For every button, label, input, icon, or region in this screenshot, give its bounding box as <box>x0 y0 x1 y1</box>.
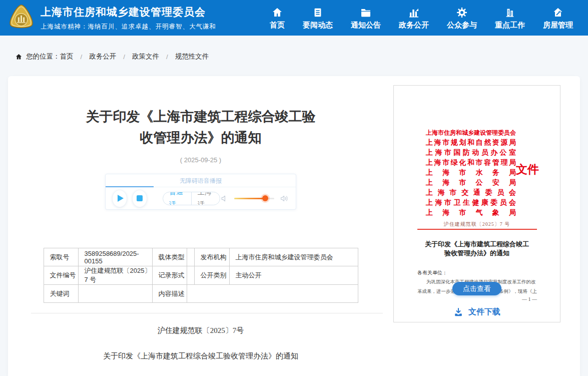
breadcrumb-home-icon <box>15 53 23 61</box>
page-title: 关于印发《上海市建筑工程综合竣工验 收管理办法》的通知 <box>8 106 393 148</box>
table-row: 文件编号 沪住建规范联〔2025〕7 号 记录形式 公开类别 主动公开 <box>44 266 358 285</box>
nav-item-public-participation[interactable]: 公众参与 <box>447 6 477 30</box>
breadcrumb-link-normative-files[interactable]: 规范性文件 <box>175 52 209 61</box>
table-row: 索取号 3589258689/2025-00155 载体类型 发布机构 上海市住… <box>44 248 358 266</box>
meta-value <box>78 285 152 303</box>
preview-title-line1: 关于印发《上海市建筑工程综合竣工 <box>394 240 560 249</box>
volume-slider-fill <box>234 198 265 199</box>
agency-line: 上海市绿化和市容管理局 <box>426 158 516 168</box>
meta-value: 3589258689/2025-00155 <box>78 248 152 266</box>
meta-value <box>187 248 194 266</box>
audio-player-controls: 普通话 上海话 <box>106 187 296 209</box>
meta-label: 发布机构 <box>194 248 229 266</box>
nav-label: 通知公告 <box>351 21 381 30</box>
play-icon <box>118 195 124 202</box>
stop-button[interactable] <box>133 190 147 207</box>
nav-item-home[interactable]: 首页 <box>270 6 285 30</box>
salutation: 各有关单位： <box>417 269 447 276</box>
breadcrumb-separator: / <box>166 53 168 61</box>
meta-label: 记录形式 <box>152 266 187 285</box>
table-row: 关键词 内容描述 <box>44 285 358 303</box>
breadcrumb-prefix: 您的位置： <box>26 52 60 61</box>
breadcrumb-separator: / <box>81 53 83 61</box>
volume-high-icon <box>280 194 289 203</box>
publish-date: ( 2025-09-25 ) <box>8 156 393 164</box>
preview-body-line2-left: 革成果，进一步落 <box>417 288 455 295</box>
site-header: 上海市住房和城乡建设管理委员会 上海城市精神：海纳百川、追求卓越、开明睿智、大气… <box>0 0 588 36</box>
audio-player-title: 无障碍语音播报 <box>106 174 296 187</box>
preview-document-number: 沪住建规范联〔2025〕7 号 <box>394 221 560 228</box>
meta-value: 主动公开 <box>229 266 358 285</box>
nav-item-news[interactable]: 要闻动态 <box>303 6 333 30</box>
building-icon <box>504 6 515 19</box>
news-icon <box>312 6 323 19</box>
agency-line: 上海市气象局 <box>426 208 516 218</box>
stop-icon <box>137 195 143 201</box>
volume-low-icon <box>220 194 229 203</box>
article: 关于印发《上海市建筑工程综合竣工验 收管理办法》的通知 ( 2025-09-25… <box>8 76 393 361</box>
breadcrumb-separator: / <box>123 53 125 61</box>
breadcrumb: 您的位置： 首页 / 政务公开 / 政策文件 / 规范性文件 <box>15 52 209 61</box>
breadcrumb-link-gov-disclosure[interactable]: 政务公开 <box>89 52 116 61</box>
document-preview-panel: 上海市住房和城乡建设管理委员会 上海市规划和自然资源局 上海市国防动员办公室 上… <box>393 85 560 322</box>
volume-slider[interactable] <box>234 198 274 199</box>
meta-table: 索取号 3589258689/2025-00155 载体类型 发布机构 上海市住… <box>44 248 358 303</box>
nav-item-notices[interactable]: 通知公告 <box>351 6 381 30</box>
site-subtitle: 上海城市精神：海纳百川、追求卓越、开明睿智、大气谦和 <box>41 23 216 31</box>
agency-line: 上海市卫生健康委员会 <box>426 198 516 208</box>
nav-item-housing-management[interactable]: 房屋管理 <box>543 6 573 30</box>
red-divider <box>417 229 537 230</box>
document-title: 关于印发《上海市建筑工程综合竣工验收管理办法》的通知 <box>8 351 393 361</box>
file-download-link[interactable]: 文件下载 <box>394 307 560 317</box>
file-label: 文件 <box>516 162 539 177</box>
agency-line: 上海市交通委员会 <box>426 188 516 198</box>
nav-item-gov-disclosure[interactable]: 政务公开 <box>399 6 429 30</box>
breadcrumb-bar: 您的位置： 首页 / 政务公开 / 政策文件 / 规范性文件 <box>0 36 588 76</box>
lang-option-mandarin[interactable]: 普通话 <box>163 192 192 205</box>
page-title-line2: 收管理办法》的通知 <box>8 127 393 148</box>
download-icon <box>453 307 463 317</box>
volume-thumb[interactable] <box>262 195 268 201</box>
document-number: 沪住建规范联〔2025〕7号 <box>8 326 393 335</box>
agency-line: 上海市规划和自然资源局 <box>426 138 516 148</box>
play-button[interactable] <box>113 190 127 207</box>
site-title: 上海市住房和城乡建设管理委员会 <box>41 5 216 19</box>
gear-icon <box>456 6 468 19</box>
content-panel: 关于印发《上海市建筑工程综合竣工验 收管理办法》的通知 ( 2025-09-25… <box>8 76 580 376</box>
divider <box>31 313 383 313</box>
agency-line: 上海市国防动员办公室 <box>426 148 516 158</box>
folder-icon <box>360 6 372 19</box>
home-icon <box>271 6 283 19</box>
meta-label: 载体类型 <box>152 248 187 266</box>
download-label: 文件下载 <box>468 307 500 317</box>
house-manage-icon <box>552 6 564 19</box>
meta-value: 上海市住房和城乡建设管理委员会 <box>229 248 358 266</box>
main-nav: 首页 要闻动态 通知公告 政务公开 <box>270 6 573 30</box>
click-to-view-button[interactable]: 点击查看 <box>452 282 501 295</box>
agency-line: 上海市公安局 <box>426 178 516 188</box>
meta-label: 文件编号 <box>44 266 78 285</box>
site-logo[interactable] <box>7 4 36 32</box>
preview-title-line2: 验收管理办法》的通知 <box>394 249 560 258</box>
meta-label: 关键词 <box>44 285 78 303</box>
agency-line: 上海市住房和城乡建设管理委员会 <box>426 128 516 138</box>
meta-label: 公开类别 <box>194 266 229 285</box>
meta-value <box>187 266 194 285</box>
breadcrumb-link-policy-files[interactable]: 政策文件 <box>132 52 159 61</box>
preview-body-line2-right: 条例》，现将《上 <box>499 288 537 295</box>
nav-label: 首页 <box>270 21 285 30</box>
nav-label: 房屋管理 <box>543 21 573 30</box>
issuing-agencies: 上海市住房和城乡建设管理委员会 上海市规划和自然资源局 上海市国防动员办公室 上… <box>426 128 516 218</box>
nav-item-key-work[interactable]: 重点工作 <box>495 6 525 30</box>
meta-value: 沪住建规范联〔2025〕7 号 <box>78 266 152 285</box>
nav-label: 政务公开 <box>399 21 429 30</box>
lang-option-shanghainese[interactable]: 上海话 <box>192 192 220 205</box>
nav-label: 公众参与 <box>447 21 477 30</box>
document-preview: 上海市住房和城乡建设管理委员会 上海市规划和自然资源局 上海市国防动员办公室 上… <box>394 86 560 322</box>
page-title-line1: 关于印发《上海市建筑工程综合竣工验 <box>8 106 393 127</box>
meta-value <box>187 285 358 303</box>
preview-title: 关于印发《上海市建筑工程综合竣工 验收管理办法》的通知 <box>394 240 560 258</box>
meta-label: 索取号 <box>44 248 78 266</box>
breadcrumb-link-home[interactable]: 首页 <box>60 52 74 61</box>
chart-icon <box>408 6 420 19</box>
